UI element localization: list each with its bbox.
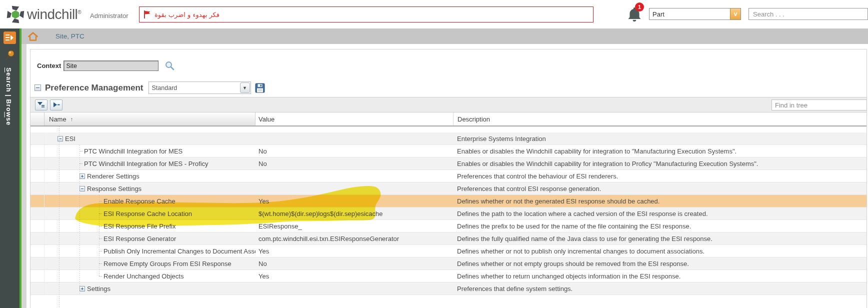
tree-connector <box>99 226 102 226</box>
preference-value-cell: No <box>256 158 453 170</box>
row-selector-cell[interactable] <box>30 195 44 207</box>
preference-name-cell: Enable Response Cache <box>44 195 256 207</box>
preference-value-cell <box>256 170 453 182</box>
notification-count-badge[interactable]: 1 <box>635 2 644 12</box>
preference-name-cell: Render Unchanged Objects <box>44 270 256 282</box>
collapse-node-icon[interactable] <box>80 186 85 192</box>
row-selector-cell[interactable] <box>30 270 44 282</box>
preference-description-cell: Preferences that control the behaviour o… <box>453 170 866 182</box>
table-row[interactable]: PTC Windchill Integration for MES - Prof… <box>30 158 866 170</box>
preference-description-cell: Enables or disables the Windchill capabi… <box>453 145 866 157</box>
breadcrumb[interactable]: Site, PTC <box>56 32 84 40</box>
expand-collapse-button[interactable] <box>50 100 62 110</box>
row-selector-cell[interactable] <box>30 170 44 182</box>
column-header-value: Value <box>256 112 453 126</box>
table-row[interactable]: ESI Response Cache Location$(wt.home)$(d… <box>30 208 866 220</box>
preference-name-cell: Response Settings <box>44 182 256 194</box>
preference-name-label: Publish Only Incremental Changes to Docu… <box>104 248 256 255</box>
preference-name-cell: PTC Windchill Integration for MES - Prof… <box>44 158 256 170</box>
navigator-expand-icon[interactable] <box>4 32 16 44</box>
preference-name-cell: Remove Empty Groups From ESI Response <box>44 258 256 270</box>
table-header-row: Name ↑ Value Description <box>30 112 866 126</box>
preference-description-cell: Defines the fully qualified name of the … <box>453 232 866 244</box>
row-selector-cell[interactable] <box>30 282 44 294</box>
table-row[interactable]: Remove Empty Groups From ESI ResponseNoD… <box>30 258 866 270</box>
collapse-node-icon[interactable] <box>58 136 63 142</box>
red-flag-icon <box>143 10 151 19</box>
context-row: Context <box>37 60 175 71</box>
preference-description-cell: Defines the prefix to be used for the na… <box>453 220 866 232</box>
table-row[interactable]: Response SettingsPreferences that contro… <box>30 182 866 195</box>
preference-name-cell: Renderer Settings <box>44 170 256 182</box>
preference-description-cell: Defines the path to the location where a… <box>453 208 866 220</box>
preference-name-cell: Settings <box>44 282 256 294</box>
pin-icon[interactable] <box>4 50 16 62</box>
row-selector-cell[interactable] <box>30 245 44 257</box>
preference-description-cell: Preferences that define system settings. <box>453 282 866 294</box>
preference-name-label: PTC Windchill Integration for MES <box>84 148 182 155</box>
column-header-description: Description <box>453 112 866 126</box>
tree-connector <box>99 276 102 276</box>
global-search-input[interactable] <box>748 8 868 20</box>
table-row[interactable]: Render Unchanged ObjectsYesDefines wheth… <box>30 270 866 282</box>
row-selector-cell[interactable] <box>30 158 44 170</box>
column-header-name[interactable]: Name ↑ <box>44 112 256 126</box>
table-row[interactable]: SettingsPreferences that define system s… <box>30 282 866 295</box>
filter-view-button[interactable] <box>35 100 48 110</box>
context-search-icon[interactable] <box>164 60 175 71</box>
expand-node-icon[interactable] <box>80 286 85 292</box>
windchill-app: windchill® Administrator فكر بهدوء و اضر… <box>0 0 868 308</box>
table-body: ESIEnterprise Systems IntegrationPTC Win… <box>30 126 866 308</box>
home-icon[interactable] <box>28 32 38 42</box>
table-row[interactable]: Renderer SettingsPreferences that contro… <box>30 170 866 182</box>
row-selector-cell[interactable] <box>30 258 44 270</box>
preference-name-label: Settings <box>87 285 110 292</box>
row-selector-cell[interactable] <box>30 132 44 144</box>
tree-connector <box>99 264 102 264</box>
windchill-logo-icon <box>6 6 24 24</box>
table-row[interactable]: ESI Response Generatorcom.ptc.windchill.… <box>30 232 866 245</box>
preference-description-cell: Enterprise Systems Integration <box>453 132 866 144</box>
preference-name-label: ESI Response File Prefix <box>104 222 176 230</box>
search-type-dropdown[interactable]: Part v <box>649 8 741 20</box>
table-row[interactable]: Enable Response CacheYesDefines whether … <box>30 195 866 208</box>
sidebar-gutter <box>22 44 26 308</box>
row-selector-cell[interactable] <box>30 208 44 220</box>
table-row[interactable]: ESIEnterprise Systems Integration <box>30 132 866 145</box>
logo-wordmark: windchill® <box>27 6 81 22</box>
save-view-icon[interactable] <box>255 83 265 93</box>
breadcrumb-bar: Site, PTC <box>22 28 868 44</box>
context-input[interactable] <box>64 60 158 71</box>
view-dropdown[interactable]: Standard ▼ <box>148 82 251 94</box>
preference-description-cell: Defines whether or not empty groups shou… <box>453 258 866 270</box>
preference-description-cell: Defines whether or not to publish only i… <box>453 245 866 257</box>
preference-value-cell: Yes <box>256 270 453 282</box>
preference-value-cell: Yes <box>256 195 453 207</box>
preference-value-cell: Yes <box>256 245 453 257</box>
preference-value-cell: No <box>256 145 453 157</box>
chevron-down-icon[interactable]: v <box>730 8 740 20</box>
sidebar-search-browse-tab[interactable]: Search | Browse <box>5 68 12 126</box>
preference-description-cell: Preferences that control ESI response ge… <box>453 182 866 194</box>
preference-name-label: Renderer Settings <box>87 172 140 180</box>
selector-column-header <box>30 112 44 126</box>
preference-name-cell: ESI Response Generator <box>44 232 256 244</box>
find-in-tree-input[interactable] <box>772 100 867 110</box>
row-selector-cell[interactable] <box>30 145 44 157</box>
collapse-section-icon[interactable] <box>34 84 41 91</box>
preference-value-cell: ESIResponse_ <box>256 220 453 232</box>
preference-value-cell: No <box>256 258 453 270</box>
table-row[interactable]: ESI Response File PrefixESIResponse_Defi… <box>30 220 866 232</box>
message-banner: فكر بهدوء و اضرب بقوة <box>139 6 594 22</box>
tree-connector <box>99 214 102 214</box>
table-row[interactable]: PTC Windchill Integration for MESNoEnabl… <box>30 145 866 158</box>
row-selector-cell[interactable] <box>30 182 44 194</box>
table-row[interactable]: Publish Only Incremental Changes to Docu… <box>30 245 866 258</box>
chevron-down-icon[interactable]: ▼ <box>240 82 250 93</box>
row-selector-cell[interactable] <box>30 220 44 232</box>
context-label: Context <box>37 62 61 70</box>
row-selector-cell[interactable] <box>30 232 44 244</box>
preference-name-label: Response Settings <box>87 185 142 192</box>
expand-node-icon[interactable] <box>80 174 85 179</box>
preference-name-cell: ESI <box>44 132 256 144</box>
